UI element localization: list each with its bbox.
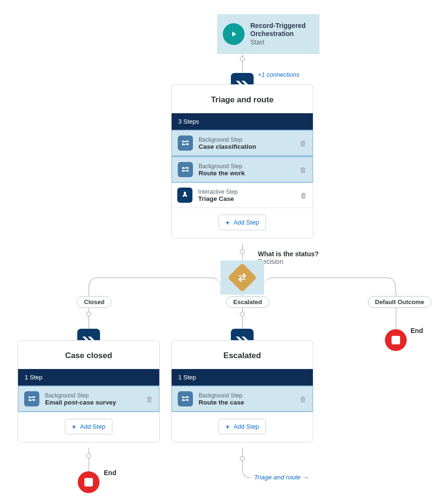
outcome-default[interactable]: Default Outcome — [368, 296, 431, 308]
step-route-the-work[interactable]: Background Step Route the work 🗑 — [171, 156, 313, 183]
connector — [396, 307, 396, 329]
connector-node[interactable] — [240, 456, 245, 461]
connector — [242, 448, 243, 456]
connector — [89, 316, 89, 329]
background-step-icon — [178, 162, 193, 177]
step-category: Background Step — [45, 392, 116, 399]
end-label: End — [411, 327, 423, 334]
end-node[interactable] — [385, 329, 407, 351]
step-category: Background Step — [199, 163, 245, 170]
step-name: Route the case — [199, 399, 244, 406]
step-category: Interactive Step — [198, 189, 237, 195]
plus-icon: + — [72, 423, 76, 431]
add-step-button[interactable]: + Add Step — [219, 215, 266, 230]
start-subtitle: Start — [250, 38, 314, 47]
delete-step-icon[interactable]: 🗑 — [300, 166, 307, 174]
outcome-escalated[interactable]: Escalated — [226, 296, 269, 308]
connector-node[interactable] — [240, 56, 245, 61]
delete-step-icon[interactable]: 🗑 — [300, 139, 307, 147]
delete-step-icon[interactable]: 🗑 — [300, 191, 307, 199]
background-step-icon — [178, 135, 193, 151]
connector — [89, 458, 89, 471]
start-title: Record-Triggered Orchestration — [250, 22, 314, 38]
add-step-label: Add Step — [234, 219, 259, 226]
step-email-survey[interactable]: Background Step Email post-case survey 🗑 — [18, 386, 160, 412]
play-icon — [223, 23, 245, 45]
connector-node[interactable] — [240, 312, 245, 316]
connector — [89, 278, 220, 291]
connector-node[interactable] — [240, 249, 245, 254]
connector — [242, 61, 243, 73]
stage-title: Escalated — [172, 341, 313, 369]
stage-step-count: 3 Steps — [172, 113, 313, 130]
decision-title: What is the status? — [258, 250, 319, 258]
plus-icon: + — [226, 423, 230, 431]
loop-back-link[interactable]: Triage and route → — [254, 474, 309, 481]
connector — [242, 461, 251, 478]
connector — [264, 278, 396, 291]
plus-icon: + — [226, 218, 230, 226]
stage-step-count: 1 Step — [18, 369, 159, 386]
decision-node[interactable] — [220, 261, 264, 295]
stage-case-closed[interactable]: Case closed 1 Step Background Step Email… — [18, 340, 160, 442]
delete-step-icon[interactable]: 🗑 — [300, 395, 307, 403]
start-node[interactable]: Record-Triggered Orchestration Start — [217, 14, 319, 54]
delete-step-icon[interactable]: 🗑 — [146, 395, 153, 403]
connector-node[interactable] — [86, 453, 91, 458]
add-step-button[interactable]: + Add Step — [219, 419, 266, 434]
end-label: End — [104, 469, 116, 477]
connector-node[interactable] — [86, 312, 91, 316]
step-name: Route the work — [199, 170, 245, 177]
stage-title: Case closed — [18, 341, 159, 369]
step-category: Background Step — [199, 136, 256, 143]
outcome-closed[interactable]: Closed — [77, 296, 111, 308]
stage-step-count: 1 Step — [172, 369, 313, 386]
step-case-classification[interactable]: Background Step Case classification 🗑 — [171, 130, 313, 156]
stage-title: Triage and route — [172, 85, 313, 113]
background-step-icon — [178, 391, 193, 406]
connector — [242, 243, 243, 249]
decision-icon — [228, 263, 257, 292]
step-name: Case classification — [199, 143, 256, 150]
connector — [242, 254, 243, 261]
add-step-button[interactable]: + Add Step — [65, 419, 112, 434]
stage-triage-and-route[interactable]: Triage and route 3 Steps Background Step… — [171, 84, 313, 238]
connector — [89, 448, 89, 453]
connector — [242, 316, 243, 329]
step-name: Email post-case survey — [45, 399, 116, 406]
background-step-icon — [24, 391, 39, 406]
extra-connections-link[interactable]: +1 connections — [258, 71, 300, 78]
step-triage-case[interactable]: Interactive Step Triage Case 🗑 — [172, 183, 313, 208]
add-step-label: Add Step — [234, 423, 259, 430]
stage-escalated[interactable]: Escalated 1 Step Background Step Route t… — [171, 340, 313, 442]
step-name: Triage Case — [198, 195, 237, 202]
step-category: Background Step — [199, 392, 244, 399]
interactive-step-icon — [177, 188, 192, 203]
decision-subtitle: Decision — [258, 258, 319, 265]
end-node[interactable] — [78, 471, 100, 493]
step-route-the-case[interactable]: Background Step Route the case 🗑 — [171, 386, 313, 412]
add-step-label: Add Step — [80, 423, 106, 430]
